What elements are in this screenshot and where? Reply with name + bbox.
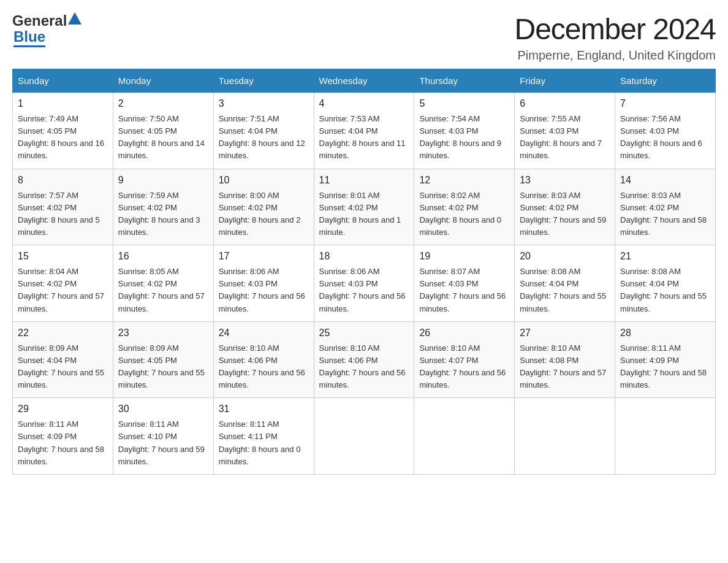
day-info: Sunrise: 8:09 AMSunset: 4:04 PMDaylight:… [18, 342, 108, 392]
day-number: 31 [219, 402, 309, 416]
day-number: 13 [520, 173, 610, 188]
col-wednesday: Wednesday [314, 69, 414, 93]
day-info: Sunrise: 8:10 AMSunset: 4:06 PMDaylight:… [319, 342, 409, 392]
page-header: General Blue December 2024 Pimperne, Eng… [12, 12, 716, 63]
day-number: 10 [219, 173, 309, 188]
day-number: 19 [419, 249, 509, 264]
calendar-cell-w4-d6: 27Sunrise: 8:10 AMSunset: 4:08 PMDayligh… [515, 321, 615, 398]
calendar-cell-w1-d2: 2Sunrise: 7:50 AMSunset: 4:05 PMDaylight… [113, 93, 213, 169]
calendar-week-4: 22Sunrise: 8:09 AMSunset: 4:04 PMDayligh… [13, 321, 716, 398]
day-info: Sunrise: 7:53 AMSunset: 4:04 PMDaylight:… [319, 113, 409, 163]
day-number: 22 [18, 326, 108, 340]
calendar-cell-w4-d7: 28Sunrise: 8:11 AMSunset: 4:09 PMDayligh… [615, 321, 716, 398]
day-info: Sunrise: 8:11 AMSunset: 4:10 PMDaylight:… [118, 418, 208, 468]
calendar-cell-w4-d5: 26Sunrise: 8:10 AMSunset: 4:07 PMDayligh… [414, 321, 515, 398]
col-monday: Monday [113, 69, 213, 93]
day-info: Sunrise: 8:01 AMSunset: 4:02 PMDaylight:… [319, 190, 409, 239]
day-number: 6 [520, 96, 610, 111]
day-info: Sunrise: 8:07 AMSunset: 4:03 PMDaylight:… [419, 266, 509, 315]
day-info: Sunrise: 8:11 AMSunset: 4:09 PMDaylight:… [18, 418, 108, 468]
day-info: Sunrise: 7:54 AMSunset: 4:03 PMDaylight:… [419, 113, 509, 163]
calendar-cell-w1-d7: 7Sunrise: 7:56 AMSunset: 4:03 PMDaylight… [615, 93, 716, 169]
day-info: Sunrise: 8:10 AMSunset: 4:07 PMDaylight:… [419, 342, 509, 392]
calendar-week-2: 8Sunrise: 7:57 AMSunset: 4:02 PMDaylight… [13, 169, 716, 245]
calendar-cell-w2-d2: 9Sunrise: 7:59 AMSunset: 4:02 PMDaylight… [113, 169, 213, 245]
day-number: 3 [219, 96, 309, 111]
day-info: Sunrise: 8:05 AMSunset: 4:02 PMDaylight:… [118, 266, 208, 315]
page-title: December 2024 [514, 12, 716, 46]
calendar-cell-w1-d5: 5Sunrise: 7:54 AMSunset: 4:03 PMDaylight… [414, 93, 515, 169]
day-number: 16 [118, 249, 208, 264]
day-info: Sunrise: 8:08 AMSunset: 4:04 PMDaylight:… [620, 266, 710, 315]
day-info: Sunrise: 7:49 AMSunset: 4:05 PMDaylight:… [18, 113, 108, 163]
col-friday: Friday [515, 69, 615, 93]
calendar-cell-w1-d6: 6Sunrise: 7:55 AMSunset: 4:03 PMDaylight… [515, 93, 615, 169]
calendar-week-5: 29Sunrise: 8:11 AMSunset: 4:09 PMDayligh… [13, 398, 716, 475]
day-number: 4 [319, 96, 409, 111]
logo: General Blue [12, 12, 82, 45]
day-number: 11 [319, 173, 409, 188]
calendar-cell-w5-d7 [615, 398, 716, 475]
title-block: December 2024 Pimperne, England, United … [514, 12, 716, 63]
calendar-cell-w3-d7: 21Sunrise: 8:08 AMSunset: 4:04 PMDayligh… [615, 245, 716, 322]
day-info: Sunrise: 8:10 AMSunset: 4:08 PMDaylight:… [520, 342, 610, 392]
calendar-cell-w4-d1: 22Sunrise: 8:09 AMSunset: 4:04 PMDayligh… [13, 321, 113, 398]
calendar-cell-w2-d6: 13Sunrise: 8:03 AMSunset: 4:02 PMDayligh… [515, 169, 615, 245]
day-number: 21 [620, 249, 710, 264]
calendar-cell-w2-d5: 12Sunrise: 8:02 AMSunset: 4:02 PMDayligh… [414, 169, 515, 245]
day-number: 23 [118, 326, 208, 340]
day-number: 25 [319, 326, 409, 340]
day-number: 28 [620, 326, 710, 340]
day-number: 15 [18, 249, 108, 264]
calendar-cell-w1-d4: 4Sunrise: 7:53 AMSunset: 4:04 PMDaylight… [314, 93, 414, 169]
calendar-cell-w3-d4: 18Sunrise: 8:06 AMSunset: 4:03 PMDayligh… [314, 245, 414, 322]
calendar-cell-w5-d1: 29Sunrise: 8:11 AMSunset: 4:09 PMDayligh… [13, 398, 113, 475]
day-info: Sunrise: 7:56 AMSunset: 4:03 PMDaylight:… [620, 113, 710, 163]
day-number: 7 [620, 96, 710, 111]
page-subtitle: Pimperne, England, United Kingdom [514, 48, 716, 63]
logo-blue: Blue [13, 28, 45, 47]
day-number: 30 [118, 402, 208, 416]
day-number: 26 [419, 326, 509, 340]
calendar-cell-w5-d6 [515, 398, 615, 475]
calendar-cell-w2-d3: 10Sunrise: 8:00 AMSunset: 4:02 PMDayligh… [213, 169, 314, 245]
calendar-cell-w4-d4: 25Sunrise: 8:10 AMSunset: 4:06 PMDayligh… [314, 321, 414, 398]
calendar-cell-w5-d4 [314, 398, 414, 475]
day-number: 17 [219, 249, 309, 264]
calendar-cell-w5-d2: 30Sunrise: 8:11 AMSunset: 4:10 PMDayligh… [113, 398, 213, 475]
logo-general: General [12, 12, 67, 29]
calendar-cell-w4-d3: 24Sunrise: 8:10 AMSunset: 4:06 PMDayligh… [213, 321, 314, 398]
calendar-cell-w3-d5: 19Sunrise: 8:07 AMSunset: 4:03 PMDayligh… [414, 245, 515, 322]
logo-triangle-icon [68, 12, 82, 29]
calendar-cell-w1-d3: 3Sunrise: 7:51 AMSunset: 4:04 PMDaylight… [213, 93, 314, 169]
day-number: 14 [620, 173, 710, 188]
day-info: Sunrise: 8:11 AMSunset: 4:09 PMDaylight:… [620, 342, 710, 392]
calendar-week-1: 1Sunrise: 7:49 AMSunset: 4:05 PMDaylight… [13, 93, 716, 169]
calendar-cell-w4-d2: 23Sunrise: 8:09 AMSunset: 4:05 PMDayligh… [113, 321, 213, 398]
day-info: Sunrise: 8:08 AMSunset: 4:04 PMDaylight:… [520, 266, 610, 315]
day-number: 12 [419, 173, 509, 188]
day-number: 18 [319, 249, 409, 264]
day-number: 29 [18, 402, 108, 416]
day-info: Sunrise: 8:06 AMSunset: 4:03 PMDaylight:… [319, 266, 409, 315]
calendar-cell-w5-d3: 31Sunrise: 8:11 AMSunset: 4:11 PMDayligh… [213, 398, 314, 475]
day-number: 20 [520, 249, 610, 264]
col-thursday: Thursday [414, 69, 515, 93]
calendar-cell-w3-d6: 20Sunrise: 8:08 AMSunset: 4:04 PMDayligh… [515, 245, 615, 322]
col-saturday: Saturday [615, 69, 716, 93]
calendar-cell-w2-d1: 8Sunrise: 7:57 AMSunset: 4:02 PMDaylight… [13, 169, 113, 245]
calendar-cell-w1-d1: 1Sunrise: 7:49 AMSunset: 4:05 PMDaylight… [13, 93, 113, 169]
col-sunday: Sunday [13, 69, 113, 93]
calendar-cell-w2-d7: 14Sunrise: 8:03 AMSunset: 4:02 PMDayligh… [615, 169, 716, 245]
day-number: 5 [419, 96, 509, 111]
day-info: Sunrise: 8:11 AMSunset: 4:11 PMDaylight:… [219, 418, 309, 468]
calendar-cell-w5-d5 [414, 398, 515, 475]
col-tuesday: Tuesday [213, 69, 314, 93]
day-info: Sunrise: 7:51 AMSunset: 4:04 PMDaylight:… [219, 113, 309, 163]
day-info: Sunrise: 8:03 AMSunset: 4:02 PMDaylight:… [520, 190, 610, 239]
day-info: Sunrise: 8:04 AMSunset: 4:02 PMDaylight:… [18, 266, 108, 315]
calendar-table: Sunday Monday Tuesday Wednesday Thursday… [12, 69, 716, 475]
day-number: 24 [219, 326, 309, 340]
day-number: 27 [520, 326, 610, 340]
day-info: Sunrise: 8:00 AMSunset: 4:02 PMDaylight:… [219, 190, 309, 239]
